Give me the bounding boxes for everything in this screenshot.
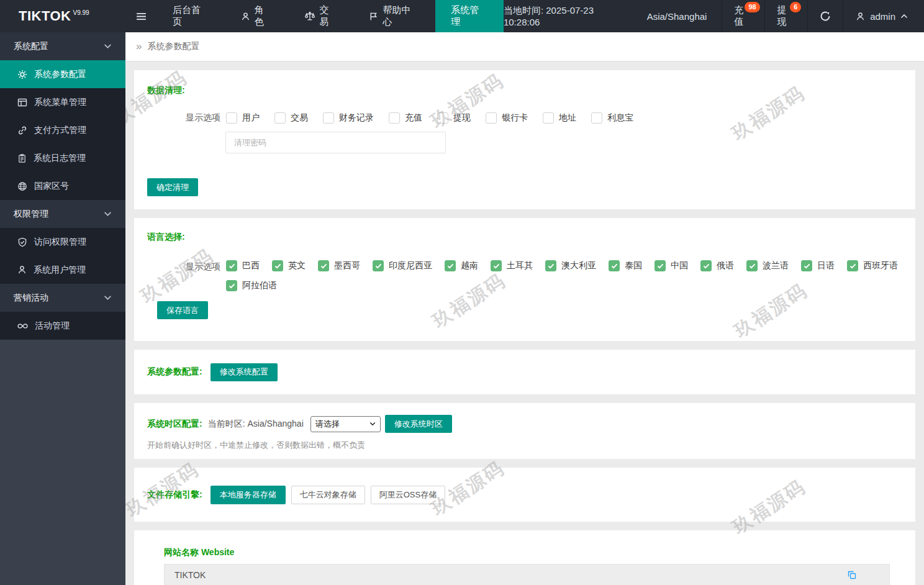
- lang-mexico[interactable]: 墨西哥: [318, 260, 360, 271]
- checkbox-icon[interactable]: [274, 112, 286, 124]
- sidebar-group-system-config[interactable]: 系统配置: [0, 32, 125, 60]
- card-website-name: 网站名称 Website: [134, 530, 915, 585]
- sidebar-item-system-params[interactable]: 系统参数配置: [0, 60, 125, 88]
- user-menu[interactable]: admin: [843, 0, 924, 32]
- display-options-label: 显示选项: [186, 261, 220, 273]
- save-language-button[interactable]: 保存语言: [157, 301, 208, 319]
- opt-finance-records[interactable]: 财务记录: [323, 112, 374, 124]
- sidebar-item-menu-management[interactable]: 系统菜单管理: [0, 88, 125, 116]
- lang-russian[interactable]: 俄语: [700, 260, 734, 271]
- sidebar-item-country-codes[interactable]: 国家区号: [0, 172, 125, 200]
- lang-china[interactable]: 中国: [654, 260, 688, 271]
- sidebar-item-label: 系统参数配置: [34, 69, 86, 80]
- checkbox-label: 墨西哥: [334, 260, 360, 271]
- withdraw-menu[interactable]: 提现 6: [764, 0, 807, 32]
- check-icon: [229, 283, 235, 289]
- check-icon: [804, 263, 810, 269]
- checkbox-icon[interactable]: [543, 112, 554, 124]
- timezone-select[interactable]: 请选择: [310, 416, 381, 432]
- checkbox-icon[interactable]: [323, 112, 334, 124]
- breadcrumb-arrow-icon: »: [136, 40, 142, 53]
- sidebar-group-permissions[interactable]: 权限管理: [0, 200, 125, 228]
- lang-arabic[interactable]: 阿拉伯语: [226, 280, 277, 291]
- clean-password-input[interactable]: [225, 132, 446, 153]
- nav-help-center[interactable]: 帮助中心: [353, 0, 435, 32]
- hamburger-icon: [136, 12, 147, 20]
- storage-qiniu-button[interactable]: 七牛云对象存储: [291, 486, 365, 504]
- recharge-badge: 98: [745, 2, 759, 12]
- checkbox-checked-icon[interactable]: [801, 260, 812, 271]
- checkbox-checked-icon[interactable]: [700, 260, 712, 271]
- check-icon: [375, 263, 382, 269]
- lang-english[interactable]: 英文: [272, 260, 306, 271]
- nav-system-management[interactable]: 系统管理: [435, 0, 504, 32]
- lang-thailand[interactable]: 泰国: [609, 260, 642, 271]
- checkbox-checked-icon[interactable]: [226, 260, 237, 271]
- sidebar-toggle-button[interactable]: [125, 0, 157, 32]
- checkbox-checked-icon[interactable]: [746, 260, 758, 271]
- timezone-select-value: 请选择: [315, 419, 340, 430]
- sidebar-group-marketing[interactable]: 营销活动: [0, 284, 125, 312]
- checkbox-checked-icon[interactable]: [318, 260, 329, 271]
- checkbox-checked-icon[interactable]: [226, 280, 237, 291]
- lang-australia[interactable]: 澳大利亚: [545, 260, 596, 271]
- checkbox-checked-icon[interactable]: [847, 260, 858, 271]
- nav-trade[interactable]: 交易: [289, 0, 354, 32]
- group-label: 权限管理: [14, 209, 48, 220]
- opt-recharge[interactable]: 充值: [389, 112, 422, 124]
- username-text: admin: [870, 11, 895, 22]
- nav-home-label: 后台首页: [173, 4, 210, 28]
- sidebar-item-payment-methods[interactable]: 支付方式管理: [0, 116, 125, 144]
- opt-user[interactable]: 用户: [226, 112, 260, 124]
- section-title-data-cleaning: 数据清理:: [147, 85, 902, 96]
- opt-trade[interactable]: 交易: [274, 112, 308, 124]
- card-language-select: 语言选择: 显示选项 巴西 英文 墨西哥 印度尼西亚 越南 土耳其 澳大利亚 泰…: [134, 218, 915, 341]
- checkbox-icon[interactable]: [437, 112, 448, 124]
- modify-system-config-button[interactable]: 修改系统配置: [211, 363, 278, 381]
- checkbox-icon[interactable]: [226, 112, 237, 124]
- sidebar-item-access-permissions[interactable]: 访问权限管理: [0, 228, 125, 256]
- checkbox-icon[interactable]: [486, 112, 497, 124]
- lang-spanish[interactable]: 西班牙语: [847, 260, 898, 271]
- checkbox-checked-icon[interactable]: [373, 260, 384, 271]
- copy-icon[interactable]: [847, 570, 857, 580]
- storage-local-button[interactable]: 本地服务器存储: [211, 486, 286, 504]
- lang-indonesia[interactable]: 印度尼西亚: [373, 260, 432, 271]
- checkbox-label: 交易: [291, 112, 308, 124]
- nav-home[interactable]: 后台首页: [157, 0, 225, 32]
- lang-japanese[interactable]: 日语: [801, 260, 835, 271]
- lang-polish[interactable]: 波兰语: [746, 260, 789, 271]
- link-icon: [17, 125, 27, 135]
- chevron-down-icon: [104, 211, 112, 217]
- opt-address[interactable]: 地址: [543, 112, 576, 124]
- opt-interest[interactable]: 利息宝: [591, 112, 633, 124]
- lang-vietnam[interactable]: 越南: [445, 260, 478, 271]
- checkbox-checked-icon[interactable]: [491, 260, 502, 271]
- checkbox-checked-icon[interactable]: [609, 260, 620, 271]
- checkbox-label: 财务记录: [339, 112, 374, 124]
- sidebar-item-system-users[interactable]: 系统用户管理: [0, 256, 125, 284]
- check-icon: [749, 263, 756, 269]
- sidebar-item-system-logs[interactable]: 系统日志管理: [0, 144, 125, 172]
- checkbox-checked-icon[interactable]: [445, 260, 456, 271]
- checkbox-checked-icon[interactable]: [654, 260, 666, 271]
- admin-user-icon: [856, 12, 865, 21]
- storage-aliyun-oss-button[interactable]: 阿里云OSS存储: [371, 486, 445, 504]
- confirm-clean-button[interactable]: 确定清理: [147, 178, 198, 196]
- refresh-button[interactable]: [807, 0, 843, 32]
- checkbox-checked-icon[interactable]: [272, 260, 283, 271]
- lang-turkey[interactable]: 土耳其: [491, 260, 533, 271]
- lang-brazil[interactable]: 巴西: [226, 260, 260, 271]
- flag-icon: [369, 12, 378, 21]
- website-name-input[interactable]: [165, 565, 889, 585]
- checkbox-icon[interactable]: [389, 112, 400, 124]
- checkbox-checked-icon[interactable]: [545, 260, 556, 271]
- opt-withdraw[interactable]: 提现: [437, 112, 471, 124]
- clipboard-icon: [17, 153, 27, 163]
- opt-bank-card[interactable]: 银行卡: [486, 112, 528, 124]
- nav-roles[interactable]: 角色: [225, 0, 289, 32]
- sidebar-item-activity-management[interactable]: 活动管理: [0, 312, 125, 340]
- modify-timezone-button[interactable]: 修改系统时区: [385, 415, 452, 433]
- recharge-menu[interactable]: 充值 98: [722, 0, 764, 32]
- checkbox-icon[interactable]: [591, 112, 602, 124]
